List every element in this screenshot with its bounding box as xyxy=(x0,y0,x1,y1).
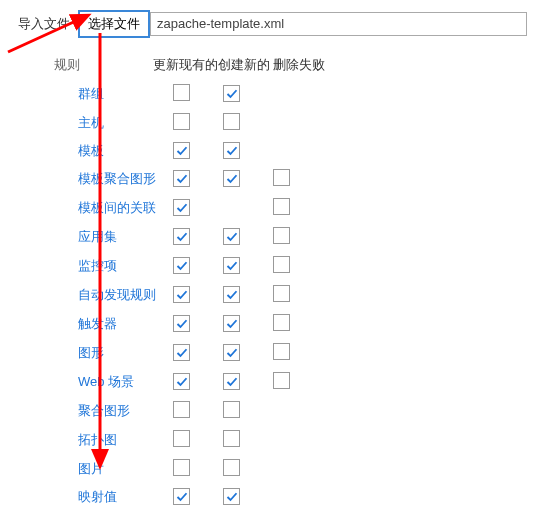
file-name-display: zapache-template.xml xyxy=(150,12,527,36)
choose-file-button[interactable]: 选择文件 xyxy=(78,10,150,38)
rule-row: 拓扑图 xyxy=(78,430,527,450)
rule-row: 模板间的关联 xyxy=(78,198,527,218)
rule-name: Web 场景 xyxy=(78,373,173,391)
rule-name: 监控项 xyxy=(78,257,173,275)
checkbox-c1[interactable] xyxy=(173,199,190,216)
rule-row: 触发器 xyxy=(78,314,527,334)
checkbox-c2[interactable] xyxy=(223,228,240,245)
checkbox-c1[interactable] xyxy=(173,170,190,187)
rule-name: 群组 xyxy=(78,85,173,103)
checkbox-c3[interactable] xyxy=(273,285,290,302)
rule-row: 图形 xyxy=(78,343,527,363)
checkbox-c1[interactable] xyxy=(173,286,190,303)
rule-row: 图片 xyxy=(78,459,527,479)
rule-row: 自动发现规则 xyxy=(78,285,527,305)
checkbox-c1[interactable] xyxy=(173,257,190,274)
checkbox-c2[interactable] xyxy=(223,286,240,303)
checkbox-c2[interactable] xyxy=(223,315,240,332)
rule-row: 主机 xyxy=(78,113,527,133)
checkbox-c3[interactable] xyxy=(273,343,290,360)
rules-section-label: 规则 xyxy=(20,56,80,74)
rules-header: 更新现有的 创建新的 删除失败 xyxy=(153,56,527,74)
rule-row: 群组 xyxy=(78,84,527,104)
checkbox-c1[interactable] xyxy=(173,430,190,447)
rule-name: 主机 xyxy=(78,114,173,132)
checkbox-c1[interactable] xyxy=(173,373,190,390)
checkbox-c3[interactable] xyxy=(273,256,290,273)
header-create: 创建新的 xyxy=(218,56,273,74)
checkbox-c2[interactable] xyxy=(223,170,240,187)
rule-name: 图片 xyxy=(78,460,173,478)
checkbox-c3[interactable] xyxy=(273,198,290,215)
checkbox-c3[interactable] xyxy=(273,314,290,331)
checkbox-c1[interactable] xyxy=(173,315,190,332)
rule-name: 应用集 xyxy=(78,228,173,246)
checkbox-c2[interactable] xyxy=(223,344,240,361)
checkbox-c3[interactable] xyxy=(273,372,290,389)
import-file-row: 导入文件 选择文件 zapache-template.xml xyxy=(10,10,527,38)
checkbox-c1[interactable] xyxy=(173,459,190,476)
checkbox-c3[interactable] xyxy=(273,169,290,186)
checkbox-c2[interactable] xyxy=(223,488,240,505)
checkbox-c2[interactable] xyxy=(223,401,240,418)
checkbox-c2[interactable] xyxy=(223,459,240,476)
rule-name: 映射值 xyxy=(78,488,173,506)
checkbox-c1[interactable] xyxy=(173,401,190,418)
checkbox-c2[interactable] xyxy=(223,430,240,447)
checkbox-c3[interactable] xyxy=(273,227,290,244)
checkbox-c1[interactable] xyxy=(173,142,190,159)
rules-container: 更新现有的 创建新的 删除失败 群组主机模板模板聚合图形模板间的关联应用集监控项… xyxy=(78,56,527,506)
checkbox-c2[interactable] xyxy=(223,113,240,130)
rule-name: 触发器 xyxy=(78,315,173,333)
rule-name: 自动发现规则 xyxy=(78,286,173,304)
header-update: 更新现有的 xyxy=(153,56,218,74)
rule-row: 监控项 xyxy=(78,256,527,276)
rule-row: 映射值 xyxy=(78,488,527,506)
rule-name: 图形 xyxy=(78,344,173,362)
rule-name: 聚合图形 xyxy=(78,402,173,420)
rule-row: 应用集 xyxy=(78,227,527,247)
checkbox-c2[interactable] xyxy=(223,142,240,159)
header-delete: 删除失败 xyxy=(273,56,328,74)
checkbox-c1[interactable] xyxy=(173,344,190,361)
checkbox-c2[interactable] xyxy=(223,85,240,102)
checkbox-c2[interactable] xyxy=(223,257,240,274)
rule-row: 模板聚合图形 xyxy=(78,169,527,189)
checkbox-c1[interactable] xyxy=(173,228,190,245)
import-file-label: 导入文件 xyxy=(10,15,78,33)
checkbox-c2[interactable] xyxy=(223,373,240,390)
checkbox-c1[interactable] xyxy=(173,84,190,101)
rule-name: 模板间的关联 xyxy=(78,199,173,217)
checkbox-c1[interactable] xyxy=(173,113,190,130)
rule-row: Web 场景 xyxy=(78,372,527,392)
checkbox-c1[interactable] xyxy=(173,488,190,505)
rule-row: 聚合图形 xyxy=(78,401,527,421)
rule-name: 模板 xyxy=(78,142,173,160)
rule-name: 拓扑图 xyxy=(78,431,173,449)
rule-row: 模板 xyxy=(78,142,527,160)
rule-name: 模板聚合图形 xyxy=(78,170,173,188)
